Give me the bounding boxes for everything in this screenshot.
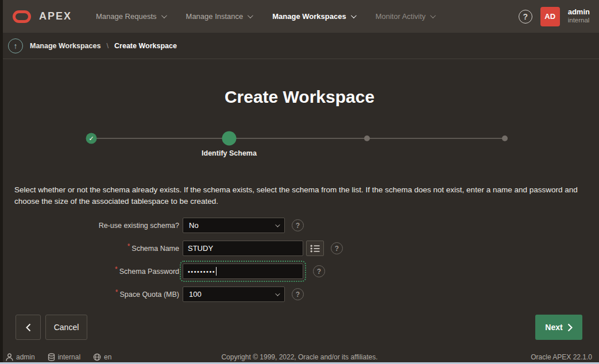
breadcrumb: ↑ Manage Workspaces \ Create Workspace: [0, 33, 599, 59]
space-quota-help-icon[interactable]: ?: [292, 288, 304, 300]
app-header: APEX Manage Requests Manage Instance Man…: [0, 0, 599, 33]
chevron-down-icon: [161, 13, 167, 18]
wizard-step-1-complete-icon: ✓: [86, 133, 97, 144]
page-footer: admin internal en Copyright © 1999, 20: [0, 347, 599, 362]
field-row-space-quota: Space Quota (MB) 100 ?: [0, 286, 304, 302]
schema-password-input[interactable]: •••••••••: [183, 264, 303, 279]
chevron-down-icon: [275, 222, 280, 227]
field-row-schema-name: Schema Name STUDY ?: [0, 241, 343, 256]
back-button[interactable]: [16, 315, 41, 340]
nav-manage-requests[interactable]: Manage Requests: [96, 12, 165, 21]
brand-apex: APEX: [39, 10, 72, 22]
nav-manage-instance[interactable]: Manage Instance: [186, 12, 252, 21]
schema-password-help-icon[interactable]: ?: [313, 265, 325, 277]
schema-name-help-icon[interactable]: ?: [331, 242, 343, 254]
header-right: ? AD admin internal: [519, 7, 590, 26]
step-description: Select whether or not the schema already…: [14, 184, 586, 207]
schema-password-label: Schema Password: [0, 268, 183, 276]
nav-manage-workspaces[interactable]: Manage Workspaces: [272, 12, 354, 21]
breadcrumb-current: Create Workspace: [114, 42, 177, 50]
help-icon[interactable]: ?: [519, 10, 532, 24]
chevron-down-icon: [430, 13, 436, 18]
reuse-schema-label: Re-use existing schema?: [0, 222, 183, 230]
create-workspace-page: APEX Manage Requests Manage Instance Man…: [0, 0, 599, 364]
chevron-down-icon: [351, 13, 357, 18]
breadcrumb-parent[interactable]: Manage Workspaces: [30, 42, 101, 50]
space-quota-label: Space Quota (MB): [0, 291, 183, 299]
up-arrow-icon[interactable]: ↑: [8, 38, 23, 53]
next-button[interactable]: Next: [535, 315, 582, 340]
wizard-progress: ✓ Identify Schema: [91, 131, 505, 166]
schema-name-input[interactable]: STUDY: [183, 241, 303, 256]
space-quota-value: 100: [189, 290, 202, 299]
user-info[interactable]: admin internal: [568, 8, 590, 24]
space-quota-select[interactable]: 100: [183, 286, 285, 302]
oracle-logo-icon: [13, 10, 31, 23]
reuse-schema-help-icon[interactable]: ?: [292, 219, 304, 231]
cancel-button[interactable]: Cancel: [45, 315, 87, 340]
version-text: Oracle APEX 22.1.0: [531, 353, 592, 361]
chevron-right-icon: [567, 323, 573, 332]
schema-name-lov-button[interactable]: [306, 241, 324, 256]
schema-name-label: Schema Name: [0, 245, 183, 253]
wizard-step-4-pending: [502, 135, 508, 141]
page-title: Create Workspace: [0, 87, 599, 107]
field-row-reuse-schema: Re-use existing schema? No ?: [0, 218, 304, 233]
lov-picker-icon: [310, 245, 320, 253]
user-name: admin: [568, 8, 590, 17]
wizard-current-step-label: Identify Schema: [202, 149, 257, 157]
schema-password-value: •••••••••: [188, 268, 215, 275]
main-nav: Manage Requests Manage Instance Manage W…: [96, 12, 434, 21]
avatar[interactable]: AD: [540, 7, 560, 26]
copyright-text: Copyright © 1999, 2022, Oracle and/or it…: [0, 353, 599, 361]
field-row-schema-password: Schema Password ••••••••• ?: [0, 264, 325, 279]
breadcrumb-separator: \: [106, 41, 109, 50]
reuse-schema-select[interactable]: No: [183, 218, 285, 233]
nav-monitor-activity[interactable]: Monitor Activity: [376, 12, 434, 21]
wizard-step-3-pending: [364, 135, 370, 141]
schema-name-value: STUDY: [188, 244, 213, 253]
chevron-left-icon: [26, 323, 31, 332]
chevron-down-icon: [275, 291, 280, 296]
nav-label: Monitor Activity: [376, 12, 426, 21]
window-left-edge: [0, 0, 3, 362]
nav-label: Manage Instance: [186, 12, 244, 21]
user-realm: internal: [568, 17, 590, 24]
next-button-label: Next: [545, 323, 562, 332]
wizard-step-2-current: [222, 131, 237, 146]
nav-label: Manage Requests: [96, 12, 157, 21]
text-cursor: [216, 267, 217, 276]
wizard-track: [91, 138, 505, 139]
chevron-down-icon: [248, 13, 253, 18]
nav-label: Manage Workspaces: [272, 12, 346, 21]
reuse-schema-value: No: [189, 221, 199, 230]
